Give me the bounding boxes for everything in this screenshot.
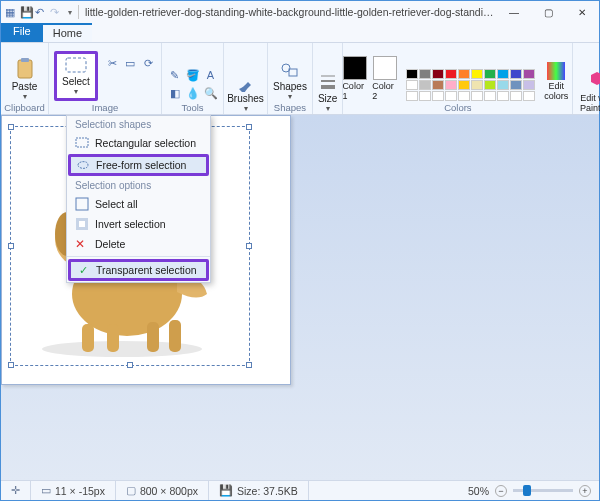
menu-delete[interactable]: ✕ Delete [67, 234, 210, 254]
palette-swatch[interactable] [510, 80, 522, 90]
resize-icon[interactable]: ▭ [122, 55, 138, 71]
palette-swatch[interactable] [497, 91, 509, 101]
zoom-in-button[interactable]: + [579, 485, 591, 497]
handle[interactable] [246, 243, 252, 249]
handle[interactable] [8, 124, 14, 130]
palette-swatch[interactable] [419, 69, 431, 79]
palette-swatch[interactable] [406, 91, 418, 101]
clipboard-icon [15, 58, 35, 80]
palette-swatch[interactable] [471, 91, 483, 101]
zoom-slider[interactable] [513, 489, 573, 492]
save-icon[interactable]: 💾 [20, 6, 32, 18]
delete-icon: ✕ [75, 237, 89, 251]
rect-select-icon [75, 136, 89, 150]
chevron-down-icon: ▾ [74, 87, 78, 96]
svg-rect-21 [79, 221, 85, 227]
palette-swatch[interactable] [432, 69, 444, 79]
palette-swatch[interactable] [484, 69, 496, 79]
menu-transparent-selection[interactable]: ✓ Transparent selection [68, 259, 209, 281]
ribbon: Paste ▾ Clipboard Select ▾ ✂ ▭ ⟳ Image [1, 43, 599, 115]
palette-swatch[interactable] [419, 91, 431, 101]
undo-icon[interactable]: ↶ [35, 6, 47, 18]
paste-button[interactable]: Paste ▾ [8, 58, 42, 101]
svg-rect-4 [289, 69, 297, 76]
palette-swatch[interactable] [458, 69, 470, 79]
freeform-select-icon [76, 158, 90, 172]
handle[interactable] [8, 362, 14, 368]
text-icon[interactable]: A [203, 67, 219, 83]
qat-dropdown-icon[interactable]: ▾ [68, 8, 72, 17]
close-button[interactable]: ✕ [565, 1, 599, 23]
palette-swatch[interactable] [445, 80, 457, 90]
chevron-down-icon: ▾ [244, 104, 248, 113]
palette-swatch[interactable] [445, 91, 457, 101]
menu-select-all[interactable]: Select all [67, 194, 210, 214]
palette-swatch[interactable] [523, 91, 535, 101]
palette-swatch[interactable] [406, 80, 418, 90]
brushes-button[interactable]: Brushes ▾ [227, 72, 264, 113]
select-all-icon [75, 197, 89, 211]
palette-swatch[interactable] [432, 91, 444, 101]
menu-invert-selection[interactable]: Invert selection [67, 214, 210, 234]
pencil-icon[interactable]: ✎ [167, 67, 183, 83]
palette-swatch[interactable] [523, 69, 535, 79]
color2-button[interactable]: Color 2 [372, 56, 398, 101]
paint3d-icon [587, 70, 600, 92]
menu-header: Selection options [67, 177, 210, 194]
fill-icon[interactable]: 🪣 [185, 67, 201, 83]
palette-swatch[interactable] [484, 80, 496, 90]
handle[interactable] [246, 362, 252, 368]
invert-icon [75, 217, 89, 231]
menu-free-form-selection[interactable]: Free-form selection [68, 154, 209, 176]
palette-swatch[interactable] [497, 69, 509, 79]
shapes-button[interactable]: Shapes ▾ [273, 60, 307, 101]
palette-swatch[interactable] [458, 80, 470, 90]
palette-swatch[interactable] [523, 80, 535, 90]
picker-icon[interactable]: 💧 [185, 85, 201, 101]
brush-icon [236, 72, 256, 92]
palette-swatch[interactable] [445, 69, 457, 79]
palette-swatch[interactable] [419, 80, 431, 90]
zoom-out-button[interactable]: − [495, 485, 507, 497]
eraser-icon[interactable]: ◧ [167, 85, 183, 101]
canvas-size-icon: ▢ [126, 484, 136, 497]
palette-swatch[interactable] [497, 80, 509, 90]
palette-swatch[interactable] [471, 69, 483, 79]
palette-swatch[interactable] [471, 80, 483, 90]
disk-icon: 💾 [219, 484, 233, 497]
status-bar: ✛ ▭11 × -15px ▢800 × 800px 💾Size: 37.5KB… [1, 480, 599, 500]
svg-rect-0 [18, 60, 32, 78]
chevron-down-icon: ▾ [288, 92, 292, 101]
edit-colors-button[interactable]: Edit colors [539, 62, 573, 101]
work-area[interactable]: Selection shapes Rectangular selection F… [1, 115, 599, 480]
palette-swatch[interactable] [432, 80, 444, 90]
handle[interactable] [246, 124, 252, 130]
zoom-icon[interactable]: 🔍 [203, 85, 219, 101]
shapes-icon [280, 60, 300, 80]
svg-rect-18 [169, 320, 181, 352]
palette-swatch[interactable] [510, 69, 522, 79]
svg-rect-20 [76, 198, 88, 210]
size-button[interactable]: Size ▾ [318, 72, 337, 113]
separator [67, 256, 210, 257]
svg-rect-17 [147, 322, 159, 352]
slider-thumb[interactable] [523, 485, 531, 496]
select-button[interactable]: Select ▾ [54, 51, 98, 101]
redo-icon[interactable]: ↷ [50, 6, 62, 18]
maximize-button[interactable]: ▢ [531, 1, 565, 23]
menu-rectangular-selection[interactable]: Rectangular selection [67, 133, 210, 153]
chevron-down-icon: ▾ [326, 104, 330, 113]
color-palette[interactable] [406, 69, 535, 101]
handle[interactable] [8, 243, 14, 249]
paint3d-button[interactable]: Edit with Paint 3D [578, 70, 600, 113]
palette-swatch[interactable] [510, 91, 522, 101]
minimize-button[interactable]: — [497, 1, 531, 23]
color1-button[interactable]: Color 1 [342, 56, 368, 101]
palette-swatch[interactable] [458, 91, 470, 101]
crop-icon[interactable]: ✂ [104, 55, 120, 71]
tab-file[interactable]: File [1, 23, 43, 42]
palette-swatch[interactable] [406, 69, 418, 79]
rotate-icon[interactable]: ⟳ [140, 55, 156, 71]
palette-swatch[interactable] [484, 91, 496, 101]
tab-home[interactable]: Home [43, 23, 92, 42]
